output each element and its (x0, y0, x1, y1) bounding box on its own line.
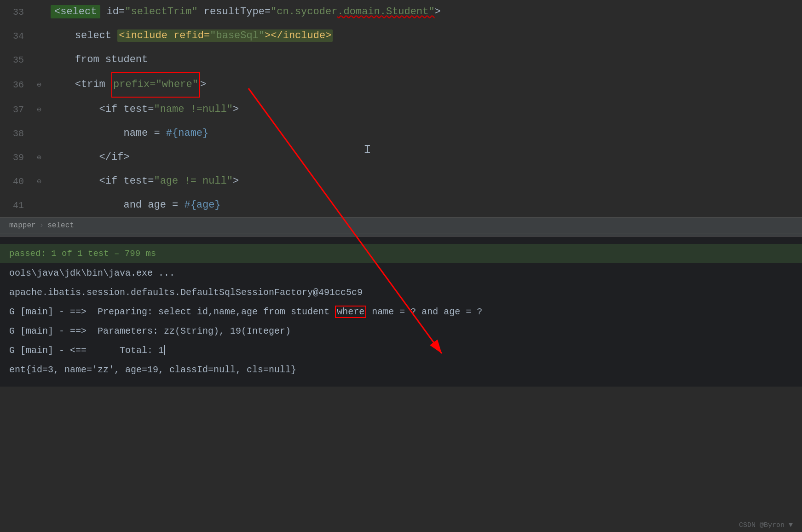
code-line-39: 39 ⊕ </if> (0, 145, 802, 169)
gutter-36: ⊖ (32, 80, 46, 89)
code-content-39: </if> (46, 145, 802, 169)
watermark: CSDN @Byron ▼ (739, 521, 793, 529)
select-tag: <select (51, 5, 100, 18)
prefix-attr-red-box: prefix="where" (111, 72, 200, 98)
test-passed-line: passed: 1 of 1 test – 799 ms (0, 244, 802, 263)
code-content-40: <if test="age != null"> (46, 169, 802, 193)
gutter-40: ⊖ (32, 177, 46, 186)
code-line-40: 40 ⊖ <if test="age != null"> (0, 169, 802, 193)
breadcrumb-bar: mapper › select (0, 217, 802, 233)
java-exe-text: ools\java\jdk\bin\java.exe ... (9, 268, 175, 278)
include-tag: <include refid="baseSql"></include> (117, 29, 333, 42)
console-java-exe: ools\java\jdk\bin\java.exe ... (0, 263, 802, 283)
total-text: G [main] - <== Total: 1 (9, 345, 164, 356)
console-area: passed: 1 of 1 test – 799 ms ools\java\j… (0, 237, 802, 387)
console-result-line: ent{id=3, name='zz', age=19, classId=nul… (0, 360, 802, 379)
code-line-33: 33 <select id="selectTrim" resultType="c… (0, 0, 802, 24)
console-factory-line: apache.ibatis.session.defaults.DefaultSq… (0, 283, 802, 302)
code-content-37: <if test="name !=null"> (46, 98, 802, 121)
line-num-39: 39 (0, 152, 32, 163)
gutter-37: ⊖ (32, 105, 46, 114)
result-text: ent{id=3, name='zz', age=19, classId=nul… (9, 364, 296, 375)
panel-separator (0, 233, 802, 237)
gutter-39: ⊕ (32, 153, 46, 162)
line-num-37: 37 (0, 104, 32, 115)
preparing-prefix: G [main] - ==> Preparing: select id,name… (9, 306, 335, 317)
line-num-33: 33 (0, 7, 32, 17)
code-content-33: <select id="selectTrim" resultType="cn.s… (46, 0, 802, 24)
breadcrumb-select: select (47, 221, 74, 230)
line-num-40: 40 (0, 176, 32, 187)
code-content-34: select <include refid="baseSql"></includ… (46, 24, 802, 48)
code-content-36: <trim prefix="where"> (46, 72, 802, 98)
code-line-34: 34 select <include refid="baseSql"></inc… (0, 24, 802, 48)
factory-text: apache.ibatis.session.defaults.DefaultSq… (9, 287, 363, 298)
code-line-38: 38 name = #{name} (0, 121, 802, 145)
line-num-36: 36 (0, 80, 32, 90)
code-line-37: 37 ⊖ <if test="name !=null"> (0, 98, 802, 121)
passed-text: passed: 1 of 1 test – 799 ms (9, 249, 156, 259)
code-content-41: and age = #{age} (46, 193, 802, 217)
parameters-text: G [main] - ==> Parameters: zz(String), 1… (9, 326, 291, 336)
editor-area: 33 <select id="selectTrim" resultType="c… (0, 0, 802, 217)
code-line-36: 36 ⊖ <trim prefix="where"> (0, 72, 802, 98)
line-num-34: 34 (0, 31, 32, 41)
code-content-38: name = #{name} (46, 121, 802, 145)
console-parameters-line: G [main] - ==> Parameters: zz(String), 1… (0, 321, 802, 341)
code-line-35: 35 from student (0, 48, 802, 72)
text-cursor-console (164, 345, 165, 355)
breadcrumb-mapper: mapper (9, 221, 36, 230)
line-num-35: 35 (0, 55, 32, 65)
line-num-41: 41 (0, 200, 32, 211)
console-preparing-line: G [main] - ==> Preparing: select id,name… (0, 302, 802, 321)
where-keyword-red-box: where (335, 306, 366, 318)
console-total-line: G [main] - <== Total: 1 (0, 341, 802, 360)
code-line-41: 41 and age = #{age} (0, 193, 802, 217)
breadcrumb-sep: › (40, 221, 44, 230)
preparing-suffix: name = ? and age = ? (366, 306, 482, 317)
code-content-35: from student (46, 48, 802, 72)
line-num-38: 38 (0, 128, 32, 139)
